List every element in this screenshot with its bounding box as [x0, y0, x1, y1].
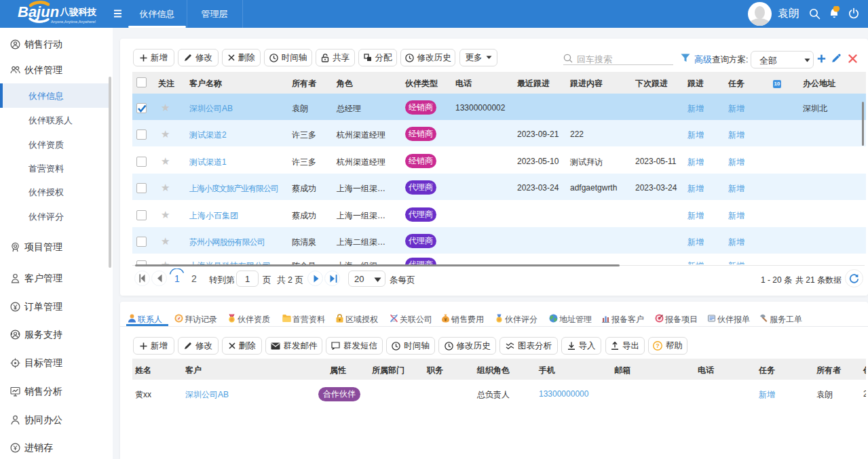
svg-text:?: ? [656, 342, 660, 349]
svg-text:Anyone,Anytime,Anywhere!: Anyone,Anytime,Anywhere! [51, 20, 96, 24]
svg-text:八骏科技: 八骏科技 [60, 7, 98, 17]
svg-text:Bajun: Bajun [18, 3, 59, 20]
svg-text:¥: ¥ [445, 317, 447, 322]
